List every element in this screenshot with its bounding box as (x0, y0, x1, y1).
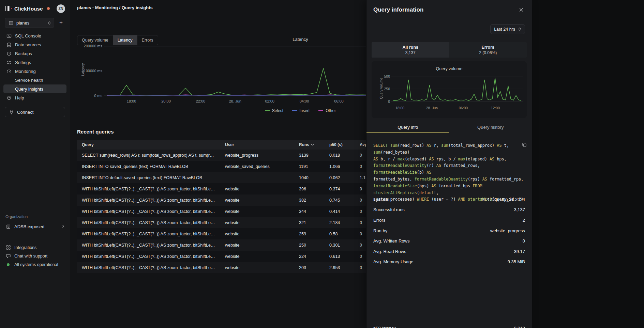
column-header-avg[interactable]: Avg. (355, 142, 366, 147)
time-range-select[interactable]: Last 24 hrs (490, 24, 525, 34)
cell-runs: 1191 (294, 164, 325, 169)
sidebar-item-label: Service health (15, 78, 43, 83)
table-row[interactable]: WITH bitShiftLeft(CAST(?..), _CAST(?..))… (77, 194, 366, 206)
cell-runs: 203 (294, 265, 325, 270)
close-icon[interactable] (518, 6, 525, 14)
detail-value: 0 (523, 238, 525, 244)
tab-query-info[interactable]: Query info (366, 122, 449, 133)
cell-query: INSERT INTO default.saved_queries (text)… (77, 175, 220, 180)
service-icon (8, 20, 14, 26)
column-header-runs[interactable]: Runs (294, 142, 325, 147)
building-icon (5, 224, 11, 229)
stat-tab-all-runs[interactable]: All runs 3,137 (372, 42, 449, 58)
table-row[interactable]: INSERT INTO default.saved_queries (text)… (77, 172, 366, 183)
legend-item-insert[interactable]: Insert (292, 108, 310, 113)
sidebar-item-data-sources[interactable]: Data sources (3, 40, 66, 49)
table-row[interactable]: WITH bitShiftLeft(CAST(?..), _CAST(?..))… (77, 262, 366, 273)
user-avatar[interactable]: ZN (57, 4, 65, 13)
detail-row: Last run16:47:25, Jun 28 2024 (373, 194, 525, 205)
sidebar-item-query-insights[interactable]: Query insights (3, 84, 66, 93)
cell-p50: 1.066 (325, 164, 355, 169)
detail-label: Successful runs (373, 207, 405, 212)
series-queries (393, 78, 521, 100)
x-tick-label: 12:00 (491, 106, 500, 110)
copy-icon[interactable] (522, 142, 527, 148)
sidebar-item-monitoring[interactable]: Monitoring (3, 67, 66, 76)
detail-label: p50 latency (373, 326, 396, 328)
cell-query: WITH bitShiftLeft(CAST(?..), _CAST(?..))… (77, 209, 220, 214)
notification-dot[interactable] (47, 7, 50, 10)
stat-tab-errors[interactable]: Errors 2 (0.06%) (449, 42, 527, 58)
mini-chart-title: Query volume (372, 66, 527, 71)
cell-runs: 3139 (294, 153, 325, 158)
series-select (107, 68, 366, 95)
cell-user: website (220, 209, 294, 214)
sidebar-item-integrations[interactable]: Integrations (0, 243, 70, 252)
column-header-query[interactable]: Query (77, 142, 220, 147)
table-row[interactable]: WITH bitShiftLeft(CAST(?..), _CAST(?..))… (77, 183, 366, 194)
database-icon (6, 42, 12, 47)
cell-runs: 224 (294, 254, 325, 259)
sql-query-block: SELECT sum(read_rows) AS r, sum(total_ro… (366, 139, 532, 191)
cell-runs: 344 (294, 209, 325, 214)
organization-section-label: Organization (0, 215, 70, 219)
tab-query-history[interactable]: Query history (449, 122, 532, 133)
sidebar-item-backups[interactable]: Backups (3, 49, 66, 58)
cell-user: website (220, 187, 294, 191)
query-volume-chart[interactable] (391, 74, 523, 102)
tab-label: Query history (477, 125, 504, 130)
legend-label: Other (326, 108, 336, 113)
code-line: formatted_bytes, formatReadableQuantity(… (373, 176, 525, 183)
table-row[interactable]: WITH bitShiftLeft(CAST(?..), _CAST(?..))… (77, 206, 366, 217)
sidebar-item-chat-support[interactable]: Chat with support (0, 252, 70, 260)
table-row[interactable]: WITH bitShiftLeft(CAST(?..), _CAST(?..))… (77, 251, 366, 262)
y-tick-label: 250 (384, 87, 390, 91)
legend-item-other[interactable]: Other (318, 108, 336, 113)
status-dot-icon (7, 263, 10, 266)
cell-avg: 0 (355, 164, 366, 169)
sidebar-item-settings[interactable]: Settings (3, 58, 66, 67)
detail-row: Avg. Read Rows39.17 (373, 246, 525, 257)
y-axis-ticks: 200000 ms100000 ms0 ms (77, 44, 102, 98)
organization-section: Organization ADSB.exposed (0, 215, 70, 231)
cell-query: WITH bitShiftLeft(CAST(?..), _CAST(?..))… (77, 232, 220, 236)
connect-button[interactable]: Connect (5, 107, 65, 117)
service-selector[interactable]: planes (5, 18, 54, 28)
detail-label: Run by (373, 228, 387, 233)
organization-switcher[interactable]: ADSB.exposed (0, 222, 70, 231)
cell-avg: 0 (355, 209, 366, 214)
cell-runs: 382 (294, 198, 325, 203)
cell-runs: 396 (294, 187, 325, 191)
add-service-button[interactable]: + (57, 19, 65, 27)
clickhouse-logo-icon[interactable] (5, 6, 12, 11)
table-row[interactable]: WITH bitShiftLeft(CAST(?..), _CAST(?..))… (77, 217, 366, 228)
sidebar-item-help[interactable]: Help (3, 93, 66, 102)
cell-user: website (220, 265, 294, 270)
sidebar-item-sql-console[interactable]: SQL Console (3, 31, 66, 40)
column-header-user[interactable]: User (220, 142, 294, 147)
detail-label: Avg. Memory Usage (373, 259, 414, 264)
stat-tabs: All runs 3,137 Errors 2 (0.06%) (372, 42, 527, 58)
time-range-value: Last 24 hrs (494, 27, 515, 32)
recent-queries-table: Query User Runs p50 (s) Avg. SELECT sum(… (77, 140, 366, 273)
system-status[interactable]: All systems operational (0, 260, 70, 269)
table-row[interactable]: INSERT INTO saved_queries (text) FORMAT … (77, 161, 366, 172)
detail-label: Last run (373, 197, 389, 202)
connect-label: Connect (17, 110, 33, 115)
mini-x-axis-ticks: 18:0028. Jun06:0012:00 (391, 106, 523, 110)
footer-item-label: Chat with support (14, 254, 47, 259)
table-row[interactable]: SELECT sum(read_rows) AS r, sum(total_ro… (77, 150, 366, 161)
legend-item-select[interactable]: Select (265, 108, 283, 113)
column-header-p50[interactable]: p50 (s) (325, 142, 355, 147)
table-row[interactable]: WITH bitShiftLeft(CAST(?..), _CAST(?..))… (77, 228, 366, 239)
sidebar-item-label: SQL Console (15, 33, 41, 38)
cell-p50: 0.018 (325, 153, 355, 158)
table-row[interactable]: WITH bitShiftLeft(CAST(?..), _CAST(?..))… (77, 239, 366, 251)
cell-query: WITH bitShiftLeft(CAST(?..), _CAST(?..))… (77, 265, 220, 270)
detail-label: Avg. Read Rows (373, 249, 406, 254)
y-tick-label: 500 (384, 74, 390, 78)
sidebar-item-service-health[interactable]: Service health (3, 76, 66, 84)
sidebar-item-label: Query insights (15, 87, 43, 92)
latency-chart[interactable] (104, 43, 366, 102)
legend-swatch (292, 110, 297, 111)
